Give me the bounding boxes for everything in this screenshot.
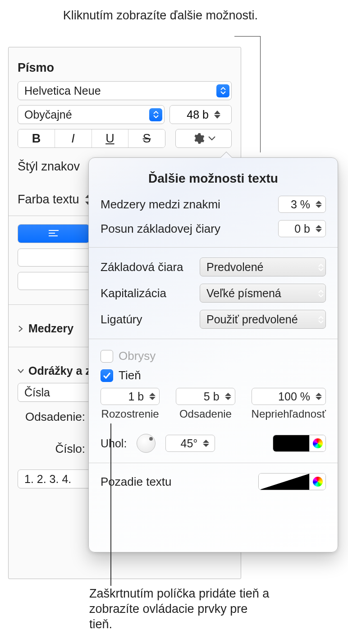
shadow-blur-stepper[interactable] bbox=[147, 389, 158, 404]
outline-checkbox[interactable] bbox=[101, 350, 113, 363]
shadow-offset-value: 5 b bbox=[192, 390, 220, 403]
angle-dial[interactable] bbox=[137, 434, 156, 453]
baseline-value: Predvolené bbox=[206, 261, 318, 274]
ligatures-label: Ligatúry bbox=[101, 313, 200, 327]
character-styles-label: Štýl znakov bbox=[18, 160, 80, 174]
outline-label: Obrysy bbox=[119, 349, 156, 363]
font-size-input[interactable] bbox=[174, 108, 209, 121]
popover-arrow bbox=[220, 152, 232, 158]
color-wheel-icon bbox=[313, 477, 323, 487]
ligatures-popup[interactable]: Použiť predvolené bbox=[200, 310, 326, 329]
style-button-group: B I U S bbox=[18, 129, 165, 148]
outline-row[interactable]: Obrysy bbox=[101, 349, 326, 363]
color-wheel-icon bbox=[313, 438, 323, 448]
separator bbox=[89, 247, 338, 248]
shadow-blur-label: Rozostrenie bbox=[101, 408, 160, 420]
baseline-label: Základová čiara bbox=[101, 260, 200, 274]
callout-top: Kliknutím zobrazíte ďalšie možnosti. bbox=[63, 8, 258, 23]
alignment-segmented[interactable] bbox=[18, 224, 90, 243]
separator bbox=[89, 463, 338, 463]
popup-chevron-icon bbox=[318, 313, 324, 326]
char-spacing-value: 3 % bbox=[283, 198, 310, 211]
char-spacing-stepper[interactable] bbox=[313, 197, 325, 212]
color-picker-button[interactable] bbox=[309, 435, 325, 451]
shadow-opacity-stepper[interactable] bbox=[313, 389, 325, 404]
underline-button[interactable]: U bbox=[92, 129, 129, 147]
callout-line-bottom bbox=[110, 423, 111, 586]
chevron-down-icon bbox=[18, 368, 24, 374]
baseline-shift-label: Posun základovej čiary bbox=[101, 222, 278, 236]
font-section-title: Písmo bbox=[18, 61, 232, 75]
angle-label: Uhol: bbox=[101, 437, 127, 450]
font-style-popup[interactable]: Obyčajné bbox=[18, 105, 165, 124]
baseline-shift-stepper[interactable] bbox=[313, 221, 325, 236]
advanced-text-popover: Ďalšie možnosti textu Medzery medzi znak… bbox=[88, 157, 338, 552]
font-size-stepper[interactable] bbox=[211, 106, 223, 124]
shadow-offset-field[interactable]: 5 b bbox=[176, 388, 235, 405]
capitalization-popup[interactable]: Veľké písmená bbox=[200, 284, 326, 303]
popup-chevron-icon bbox=[318, 261, 324, 274]
color-picker-button[interactable] bbox=[309, 474, 325, 490]
shadow-offset-stepper[interactable] bbox=[222, 389, 234, 404]
shadow-opacity-field[interactable]: 100 % bbox=[252, 388, 326, 405]
bullets-type-value: Čísla bbox=[24, 386, 50, 399]
shadow-checkbox[interactable] bbox=[101, 369, 113, 382]
shadow-controls: 1 b Rozostrenie 5 b Odsadenie 100 % Nepr… bbox=[101, 388, 326, 420]
popover-title: Ďalšie možnosti textu bbox=[101, 171, 326, 186]
ligatures-value: Použiť predvolené bbox=[206, 313, 318, 326]
text-color-label: Farba textu bbox=[18, 193, 79, 207]
shadow-blur-field[interactable]: 1 b bbox=[101, 388, 160, 405]
indent-label: Odsadenie: bbox=[18, 410, 85, 424]
text-bg-swatch[interactable] bbox=[259, 474, 309, 490]
bold-button[interactable]: B bbox=[18, 129, 55, 147]
text-bg-color-well[interactable] bbox=[258, 473, 326, 490]
advanced-options-button[interactable] bbox=[175, 129, 232, 148]
popup-chevron-icon bbox=[318, 287, 324, 300]
char-spacing-label: Medzery medzi znakmi bbox=[101, 198, 278, 212]
angle-stepper[interactable] bbox=[200, 436, 212, 451]
shadow-color-swatch[interactable] bbox=[273, 435, 309, 451]
angle-value: 45° bbox=[170, 437, 197, 450]
shadow-angle-row: Uhol: 45° bbox=[101, 434, 326, 453]
baseline-popup[interactable]: Predvolené bbox=[200, 258, 326, 276]
number-label: Číslo: bbox=[18, 442, 85, 456]
align-left-button[interactable] bbox=[18, 225, 89, 243]
angle-field[interactable]: 45° bbox=[165, 435, 215, 452]
shadow-opacity-value: 100 % bbox=[278, 390, 310, 403]
capitalization-label: Kapitalizácia bbox=[101, 286, 200, 300]
baseline-shift-field[interactable]: 0 b bbox=[278, 220, 326, 237]
baseline-shift-value: 0 b bbox=[283, 222, 310, 235]
font-size-field[interactable] bbox=[169, 105, 232, 124]
chevron-right-icon bbox=[18, 326, 24, 332]
font-family-popup[interactable]: Helvetica Neue bbox=[18, 81, 232, 100]
chevron-down-icon bbox=[208, 136, 215, 141]
popup-chevron-icon bbox=[216, 84, 229, 97]
bullets-label: Odrážky a z bbox=[28, 364, 91, 377]
separator bbox=[89, 339, 338, 339]
shadow-row[interactable]: Tieň bbox=[101, 368, 326, 382]
font-style-value: Obyčajné bbox=[24, 108, 72, 121]
popup-chevron-icon bbox=[149, 108, 162, 121]
shadow-offset-label: Odsadenie bbox=[176, 408, 235, 420]
italic-button[interactable]: I bbox=[55, 129, 92, 147]
font-family-value: Helvetica Neue bbox=[24, 84, 101, 97]
shadow-blur-value: 1 b bbox=[117, 390, 144, 403]
text-bg-label: Pozadie textu bbox=[101, 475, 258, 489]
gear-icon bbox=[192, 132, 205, 145]
capitalization-value: Veľké písmená bbox=[206, 287, 318, 300]
list-format-value: 1. 2. 3. 4. bbox=[24, 473, 71, 486]
strikethrough-button[interactable]: S bbox=[128, 129, 165, 147]
callout-bottom: Zaškrtnutím políčka pridáte tieň a zobra… bbox=[89, 586, 270, 632]
shadow-color-well[interactable] bbox=[273, 435, 326, 452]
shadow-opacity-label: Nepriehľadnosť bbox=[252, 408, 326, 420]
spacing-label: Medzery bbox=[28, 322, 73, 335]
shadow-label: Tieň bbox=[119, 368, 141, 382]
char-spacing-field[interactable]: 3 % bbox=[278, 196, 326, 213]
